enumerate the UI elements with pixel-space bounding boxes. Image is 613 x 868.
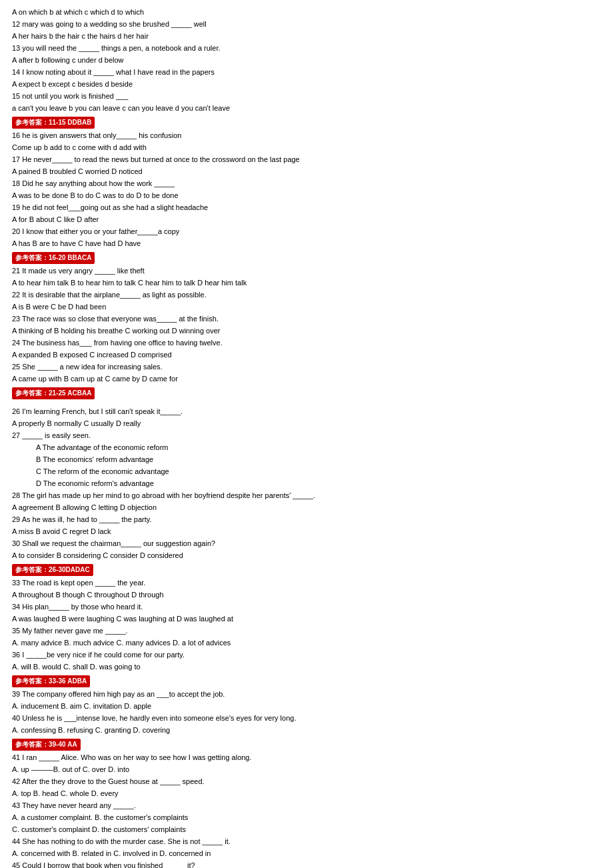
answer-badge-31: 参考答案：21-25 ACBAA — [12, 387, 95, 399]
content-line-48: 35 My father never gave me _____. — [12, 625, 601, 637]
answer-line-20: 参考答案：16-20 BBACA — [12, 250, 601, 265]
content-line-66: A. concerned with B. related in C. invol… — [12, 848, 601, 859]
content-line-33: 26 I'm learning French, but I still can'… — [12, 406, 601, 417]
content-line-58: 41 I ran _____ Alice. Who was on her way… — [12, 752, 601, 763]
option-36-2: C The reform of the economic advantage — [36, 466, 601, 477]
answer-line-52: 参考答案：33-36 ADBA — [12, 673, 601, 689]
answer-line-43: 参考答案：26-30DADAC — [12, 562, 601, 577]
content-line-37: 28 The girl has made up her mind to go a… — [12, 490, 601, 501]
content-line-38: A agreement B allowing C letting D objec… — [12, 502, 601, 513]
answer-badge-20: 参考答案：16-20 BBACA — [12, 252, 95, 264]
content-line-29: 25 She _____ a new idea for increasing s… — [12, 361, 601, 373]
content-line-28: A expanded B exposed C increased D compr… — [12, 349, 601, 361]
answer-badge-57: 参考答案：39-40 AA — [12, 739, 81, 751]
content-line-12: 17 He never_____ to read the news but tu… — [12, 154, 601, 165]
answer-badge-9: 参考答案：11-15 DDBAB — [12, 117, 95, 129]
content-line-22: A to hear him talk B to hear him to talk… — [12, 277, 601, 289]
answer-line-57: 参考答案：39-40 AA — [12, 737, 601, 752]
content-line-39: 29 As he was ill, he had to _____ the pa… — [12, 514, 601, 525]
content-line-51: A. will B. would C. shall D. was going t… — [12, 661, 601, 673]
content-line-34: A properly B normally C usually D really — [12, 418, 601, 429]
content-line-55: 40 Unless he is ___intense love, he hard… — [12, 713, 601, 724]
content-line-53: 39 The company offered him high pay as a… — [12, 689, 601, 700]
content-line-50: 36 I _____be very nice if he could come … — [12, 649, 601, 661]
content-line-3: 13 you will need the _____ things a pen,… — [12, 43, 601, 54]
content-line-62: 43 They have never heard any _____. — [12, 800, 601, 811]
answer-badge-52: 参考答案：33-36 ADBA — [12, 675, 90, 687]
content-line-1: 12 mary was going to a wedding so she br… — [12, 19, 601, 30]
content-line-24: A is B were C be D had been — [12, 301, 601, 313]
content-line-11: Come up b add to c come with d add with — [12, 142, 601, 153]
content-line-30: A came up with B cam up at C came by D c… — [12, 373, 601, 385]
content-line-21: 21 It made us very angry _____ like thef… — [12, 265, 601, 277]
content-line-23: 22 It is desirable that the airplane____… — [12, 289, 601, 301]
answer-line-31: 参考答案：21-25 ACBAA — [12, 385, 601, 401]
content-line-54: A. inducement B. aim C. invitation D. ap… — [12, 701, 601, 712]
content-line-41: 30 Shall we request the chairman_____ ou… — [12, 538, 601, 549]
content-line-7: 15 not until you work is finished ___ — [12, 91, 601, 102]
content-line-60: 42 After the they drove to the Guest hou… — [12, 776, 601, 787]
indent-options-36: A The advantage of the economic reformB … — [36, 442, 601, 489]
answer-line-9: 参考答案：11-15 DDBAB — [12, 115, 601, 130]
content-line-64: C. customer's complaint D. the customers… — [12, 824, 601, 835]
content-line-67: 45 Could I borrow that book when you fin… — [12, 860, 601, 868]
content-line-6: A expect b except c besides d beside — [12, 79, 601, 90]
content-line-40: A miss B avoid C regret D lack — [12, 526, 601, 537]
content-line-59: A. up ———B. out of C. over D. into — [12, 764, 601, 775]
option-36-0: A The advantage of the economic reform — [36, 442, 601, 453]
content-line-49: A. many advice B. much advice C. many ad… — [12, 637, 601, 649]
content-line-26: A thinking of B holding his breathe C wo… — [12, 325, 601, 337]
content-line-5: 14 I know noting about it _____ what I h… — [12, 67, 601, 78]
content-line-63: A. a customer complaint. B. the customer… — [12, 812, 601, 823]
answer-badge-43: 参考答案：26-30DADAC — [12, 564, 93, 576]
content-line-47: A was laughed B were laughing C was laug… — [12, 613, 601, 625]
option-36-3: D The economic reform's advantage — [36, 478, 601, 489]
content-line-44: 33 The road is kept open _____ the year. — [12, 577, 601, 589]
content-line-10: 16 he is given answers that only_____ hi… — [12, 130, 601, 141]
content-line-56: A. confessing B. refusing C. granting D.… — [12, 725, 601, 736]
content-line-17: A for B about C like D after — [12, 214, 601, 225]
content-line-19: A has B are to have C have had D have — [12, 238, 601, 249]
content-line-8: a can't you leave b you can leave c can … — [12, 103, 601, 114]
spacer-32 — [12, 401, 601, 406]
content-line-16: 19 he did not feel___going out as she ha… — [12, 202, 601, 213]
content-line-45: A throughout B though C throughout D thr… — [12, 589, 601, 601]
content-line-4: A after b following c under d below — [12, 55, 601, 66]
content-line-46: 34 His plan_____ by those who heard it. — [12, 601, 601, 613]
content-line-18: 20 I know that either you or your father… — [12, 226, 601, 237]
content-line-13: A pained B troubled C worried D noticed — [12, 166, 601, 177]
content-line-2: A her hairs b the hair c the hairs d her… — [12, 31, 601, 42]
content-line-14: 18 Did he say anything about how the wor… — [12, 178, 601, 189]
content-line-35: 27 _____ is easily seen. — [12, 430, 601, 441]
content-line-61: A. top B. head C. whole D. every — [12, 788, 601, 799]
content-line-25: 23 The race was so close that everyone w… — [12, 313, 601, 325]
main-content: A on which b at which c which d to which… — [12, 7, 601, 868]
content-line-15: A was to be done B to do C was to do D t… — [12, 190, 601, 201]
content-line-27: 24 The business has___ from having one o… — [12, 337, 601, 349]
content-line-42: A to consider B considering C consider D… — [12, 550, 601, 561]
content-line-0: A on which b at which c which d to which — [12, 7, 601, 18]
content-line-65: 44 She has nothing to do with the murder… — [12, 836, 601, 847]
option-36-1: B The economics' reform advantage — [36, 454, 601, 465]
